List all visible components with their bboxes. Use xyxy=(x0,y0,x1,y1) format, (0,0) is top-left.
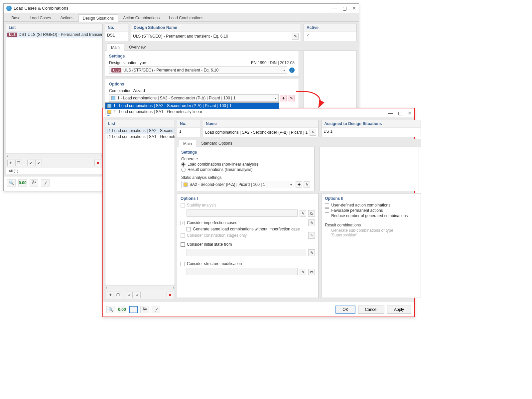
list-heading: List xyxy=(6,24,102,32)
select-icon[interactable] xyxy=(129,306,138,313)
function-icon[interactable]: 𝑓 xyxy=(41,179,50,187)
situation-type-dropdown[interactable]: ULS ULS (STR/GEO) - Permanent and transi… xyxy=(109,66,287,74)
options-label: Options xyxy=(109,82,295,86)
uncheck-all-icon[interactable]: ✔ xyxy=(134,292,141,298)
edit-icon[interactable]: ✎ xyxy=(308,219,315,226)
list-item[interactable]: 2 Load combinations | SA1 - Geometric xyxy=(105,134,175,140)
units-icon[interactable]: Ăª xyxy=(30,179,38,187)
list-item[interactable]: ULS DS1 ULS (STR/GEO) - Permanent and tr… xyxy=(6,32,102,38)
no-value: DS1 xyxy=(107,33,115,38)
chk-reduce[interactable]: Reduce number of generated combinations xyxy=(325,213,417,218)
list-item[interactable]: 1 Load combinations | SA2 - Second-o xyxy=(105,128,175,134)
swatch-icon xyxy=(107,104,111,108)
assigned-label: Assigned to Design Situations xyxy=(322,120,421,128)
options2-panel: Options II User-defined action combinati… xyxy=(321,193,421,298)
function-icon[interactable]: 𝑓 xyxy=(152,306,160,313)
chk-initial-state[interactable]: Consider initial state from xyxy=(181,242,315,247)
list-item-idx: 1 xyxy=(109,129,111,133)
apply-button[interactable]: Apply xyxy=(387,306,411,314)
tab-design-situations[interactable]: Design Situations xyxy=(78,14,118,22)
settings-panel: Settings Design situation type EN 1990 |… xyxy=(105,51,299,77)
combo-option-text: 2 - Load combinations | SA1 - Geometrica… xyxy=(113,109,202,114)
close-button[interactable]: ✕ xyxy=(352,6,356,11)
chk-imperf-sub[interactable]: Generate same load combinations without … xyxy=(187,227,315,231)
chk-imperfection[interactable]: ✓Consider imperfection cases✎ xyxy=(181,219,315,226)
popup-subtab-standard[interactable]: Standard Options xyxy=(197,139,236,147)
radio-load-combinations[interactable]: Load combinations (non-linear analysis) xyxy=(181,162,310,167)
search-icon[interactable]: 🔍 xyxy=(106,306,115,313)
info-icon[interactable]: i xyxy=(289,67,295,73)
ok-button[interactable]: OK xyxy=(335,306,355,314)
subtab-main[interactable]: Main xyxy=(107,44,124,51)
delete-icon[interactable]: ✕ xyxy=(94,160,101,166)
sas-label: Static analysis settings xyxy=(181,175,310,180)
chk-structure-mod[interactable]: Consider structure modification xyxy=(181,261,315,266)
sas-edit-icon[interactable]: ✎ xyxy=(304,181,310,188)
h-scrollbar[interactable]: ‹› xyxy=(6,153,102,158)
popup-list-panel: List 1 Load combinations | SA2 - Second-… xyxy=(105,120,175,300)
tab-base[interactable]: Base xyxy=(7,14,25,21)
list-item-id: DS1 xyxy=(19,32,26,37)
filter-label[interactable]: All (1) xyxy=(6,168,102,174)
edit-icon[interactable]: ✎ xyxy=(300,269,306,275)
edit-icon[interactable]: ✎ xyxy=(308,232,315,239)
sas-dropdown[interactable]: SA2 - Second-order (P-Δ) | Picard | 100 … xyxy=(181,181,294,188)
cancel-button[interactable]: Cancel xyxy=(358,306,384,314)
wizard-new-icon[interactable]: ✚ xyxy=(280,95,287,101)
check-all-icon[interactable]: ✔ xyxy=(126,292,133,298)
open-icon[interactable]: ⧉ xyxy=(308,269,315,275)
combo-wizard-dropdown[interactable]: 1 - Load combinations | SA2 - Second-ord… xyxy=(109,94,279,102)
pop-name-label: Name xyxy=(203,120,318,128)
tab-action-combinations[interactable]: Action Combinations xyxy=(119,14,164,21)
close-button[interactable]: ✕ xyxy=(408,110,412,116)
wizard-edit-icon[interactable]: ✎ xyxy=(288,95,295,101)
popup-window: Edit Combination Wizard — ▢ ✕ List 1 Loa… xyxy=(102,108,415,317)
list-panel: List ULS DS1 ULS (STR/GEO) - Permanent a… xyxy=(6,24,103,174)
popup-subtab-main[interactable]: Main xyxy=(179,140,196,147)
check2-icon[interactable]: ✔ xyxy=(35,160,42,166)
chk-superposition: Generate sub-combinations of type 'Super… xyxy=(325,228,417,237)
tab-load-cases[interactable]: Load Cases xyxy=(25,14,55,21)
chk-user-defined[interactable]: User-defined action combinations xyxy=(325,203,417,207)
subtab-overview[interactable]: Overview xyxy=(125,43,150,51)
h-scrollbar[interactable]: ‹› xyxy=(105,285,175,290)
delete-icon[interactable]: ✕ xyxy=(167,292,173,298)
combo-option-1[interactable]: 1 - Load combinations | SA2 - Second-ord… xyxy=(105,103,279,109)
open-icon[interactable]: ⧉ xyxy=(308,210,315,217)
num-format-icon[interactable]: 0.00 xyxy=(118,306,126,313)
num-format-icon[interactable]: 0.00 xyxy=(18,179,27,187)
chevron-down-icon: ▾ xyxy=(275,96,276,100)
new-icon[interactable]: ✚ xyxy=(7,160,14,166)
maximize-button[interactable]: ▢ xyxy=(398,110,402,116)
active-checkbox[interactable]: ✓ xyxy=(306,33,310,37)
copy-icon[interactable]: ❐ xyxy=(15,160,22,166)
main-tabs: Base Load Cases Actions Design Situation… xyxy=(4,13,359,22)
search-icon[interactable]: 🔍 xyxy=(7,179,16,187)
chk-favorable[interactable]: Favorable permanent actions xyxy=(325,208,417,213)
edit-name-icon[interactable]: ✎ xyxy=(310,129,316,136)
new-icon[interactable]: ✚ xyxy=(107,292,113,298)
name-value: ULS (STR/GEO) - Permanent and transient … xyxy=(133,34,290,39)
sas-new-icon[interactable]: ✚ xyxy=(296,181,302,188)
radio-label: Load combinations (non-linear analysis) xyxy=(188,162,258,167)
tab-actions[interactable]: Actions xyxy=(56,14,77,21)
combo-option-2[interactable]: 2 - Load combinations | SA1 - Geometrica… xyxy=(105,109,279,115)
edit-icon[interactable]: ✎ xyxy=(300,210,306,217)
units-icon[interactable]: Ăª xyxy=(140,306,149,313)
copy-icon[interactable]: ❐ xyxy=(115,292,121,298)
combo-selected-value: 1 - Load combinations | SA2 - Second-ord… xyxy=(117,96,235,100)
edit-name-icon[interactable]: ✎ xyxy=(292,33,299,40)
generate-label: Generate xyxy=(181,157,310,161)
popup-settings-panel: Settings Generate Load combinations (non… xyxy=(177,147,315,191)
minimize-button[interactable]: — xyxy=(388,110,393,116)
radio-result-combinations[interactable]: Result combinations (linear analysis) xyxy=(181,167,310,172)
swatch-icon xyxy=(107,110,111,114)
edit-icon[interactable]: ✎ xyxy=(308,249,315,256)
window-controls: — ▢ ✕ xyxy=(388,110,412,116)
check-icon[interactable]: ✔ xyxy=(27,160,34,166)
swatch-icon xyxy=(107,129,107,133)
settings-label: Settings xyxy=(109,54,295,59)
minimize-button[interactable]: — xyxy=(332,6,337,11)
tab-load-combinations[interactable]: Load Combinations xyxy=(165,14,207,21)
maximize-button[interactable]: ▢ xyxy=(342,6,347,11)
